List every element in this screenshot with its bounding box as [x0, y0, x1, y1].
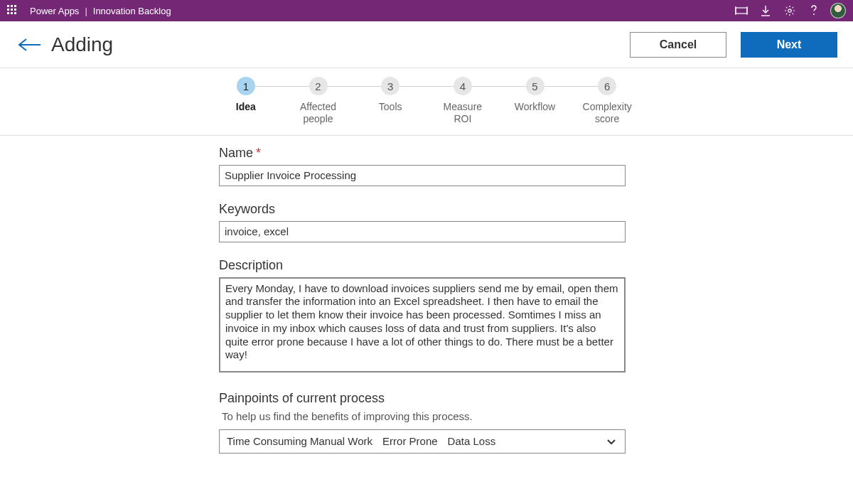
keywords-input[interactable] [219, 221, 626, 242]
step-4[interactable]: 4MeasureROI [426, 77, 499, 125]
painpoint-value: Time Consuming Manual Work [227, 435, 372, 447]
svg-rect-0 [736, 8, 747, 14]
description-label: Description [219, 258, 626, 273]
download-icon[interactable] [753, 0, 778, 21]
painpoint-value: Data Loss [448, 435, 496, 447]
user-avatar[interactable] [830, 3, 846, 18]
name-label: Name* [219, 146, 626, 161]
step-3[interactable]: 3Tools [354, 77, 426, 125]
step-label: Idea [210, 101, 282, 113]
svg-point-6 [813, 14, 815, 15]
app-name: Innovation Backlog [93, 6, 171, 16]
name-field: Name* [219, 146, 626, 186]
step-label: Workflow [499, 101, 572, 113]
step-label: Affectedpeople [282, 101, 355, 125]
painpoints-help: To help us find the benefits of improvin… [222, 410, 626, 422]
fit-to-screen-icon[interactable] [729, 0, 753, 21]
page-title: Adding [51, 33, 113, 56]
svg-point-5 [788, 9, 791, 12]
step-number: 4 [454, 77, 472, 95]
next-button[interactable]: Next [741, 32, 837, 58]
step-label: Tools [354, 101, 426, 113]
description-input[interactable] [219, 277, 626, 372]
cancel-button[interactable]: Cancel [630, 32, 726, 58]
step-number: 3 [381, 77, 399, 95]
step-number: 2 [309, 77, 328, 95]
painpoints-field: Painpoints of current process To help us… [219, 391, 626, 454]
name-input[interactable] [219, 165, 626, 186]
painpoints-dropdown[interactable]: Time Consuming Manual WorkError ProneDat… [219, 429, 626, 454]
step-6[interactable]: 6Complexityscore [571, 77, 643, 125]
idea-form: Name* Keywords Description Painpoints of… [219, 146, 626, 454]
page-header: Adding Cancel Next [0, 21, 853, 68]
keywords-label: Keywords [219, 202, 626, 217]
step-number: 6 [598, 77, 616, 95]
step-5[interactable]: 5Workflow [499, 77, 572, 125]
description-field: Description [219, 258, 626, 375]
topbar: Power Apps | Innovation Backlog [0, 0, 853, 21]
chevron-down-icon [605, 435, 618, 448]
step-1[interactable]: 1Idea [210, 77, 282, 125]
keywords-field: Keywords [219, 202, 626, 242]
step-label: MeasureROI [426, 101, 499, 125]
title-separator: | [85, 6, 87, 16]
app-launcher-icon[interactable] [7, 5, 18, 16]
help-icon[interactable] [802, 0, 826, 21]
product-name: Power Apps [30, 6, 79, 16]
step-2[interactable]: 2Affectedpeople [282, 77, 355, 125]
painpoint-value: Error Prone [382, 435, 438, 447]
back-button[interactable] [16, 31, 44, 59]
painpoints-label: Painpoints of current process [219, 391, 626, 406]
stepper: 1Idea2Affectedpeople3Tools4MeasureROI5Wo… [0, 68, 853, 125]
step-label: Complexityscore [571, 101, 643, 125]
step-number: 5 [526, 77, 544, 95]
step-number: 1 [237, 77, 255, 95]
settings-icon[interactable] [778, 0, 802, 21]
